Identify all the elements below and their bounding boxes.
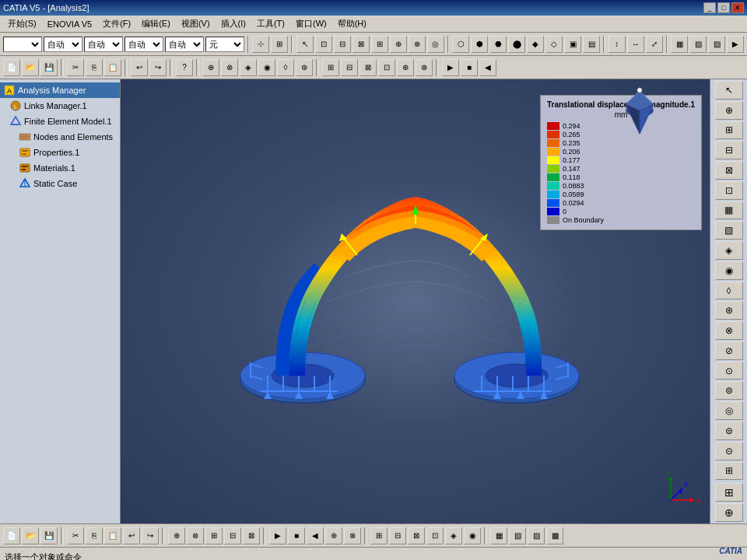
view-btn5[interactable]: ⊕ <box>397 59 414 76</box>
select-btn[interactable]: ↖ <box>296 36 314 53</box>
minimize-button[interactable]: _ <box>703 2 716 13</box>
analysis1-btn[interactable]: ⊕ <box>202 59 219 76</box>
analysis3-btn[interactable]: ◈ <box>240 59 257 76</box>
sim1-btn[interactable]: ▶ <box>442 59 459 76</box>
view2[interactable]: ↔ <box>627 36 644 53</box>
tool8[interactable]: ▤ <box>583 36 600 53</box>
btm-btn-1[interactable]: ✂ <box>67 527 84 544</box>
tree-item-nodes[interactable]: Nodes and Elements <box>0 129 120 145</box>
undo-btn[interactable]: ↩ <box>131 59 148 76</box>
analysis4-btn[interactable]: ◉ <box>258 59 275 76</box>
btm-btn-23[interactable]: ▧ <box>509 527 526 544</box>
btm-btn-2[interactable]: ⎘ <box>86 527 103 544</box>
btm-btn-22[interactable]: ▦ <box>490 527 507 544</box>
right-btn-zoom[interactable]: ⊕ <box>715 503 743 522</box>
right-btn-12[interactable]: ⊗ <box>715 321 743 340</box>
right-btn-18[interactable]: ⊝ <box>715 442 743 460</box>
select-auto4[interactable]: 自动 <box>165 37 204 52</box>
right-btn-9[interactable]: ◉ <box>715 261 743 280</box>
btm-btn-12[interactable]: ■ <box>288 527 305 544</box>
view-btn1[interactable]: ⊞ <box>322 59 339 76</box>
right-btn-8[interactable]: ◈ <box>715 241 743 260</box>
menu-window[interactable]: 窗口(W) <box>291 16 331 31</box>
tree-item-materials[interactable]: Materials.1 <box>0 160 120 176</box>
btm-btn-3[interactable]: 📋 <box>104 527 121 544</box>
select-auto2[interactable]: 自动 <box>84 37 123 52</box>
btm-btn-7[interactable]: ⊗ <box>187 527 204 544</box>
btm-btn-16[interactable]: ⊞ <box>370 527 388 544</box>
view3[interactable]: ⤢ <box>646 36 663 53</box>
menu-file[interactable]: 文件(F) <box>98 16 135 31</box>
maximize-button[interactable]: □ <box>717 2 730 13</box>
right-btn-15[interactable]: ⊚ <box>715 381 743 400</box>
menu-enovia[interactable]: ENOVIA V5 <box>43 18 96 30</box>
analysis2-btn[interactable]: ⊗ <box>221 59 238 76</box>
tool3[interactable]: ⬣ <box>489 36 507 53</box>
tree-item-links-manager[interactable]: L Links Manager.1 <box>0 98 120 114</box>
tree-item-analysis-manager[interactable]: A Analysis Manager <box>0 82 120 98</box>
render4[interactable]: ▶ <box>727 36 744 53</box>
btm-btn-open[interactable]: 📂 <box>22 527 39 544</box>
view-btn4[interactable]: ⊡ <box>378 59 395 76</box>
sim2-btn[interactable]: ■ <box>461 59 478 76</box>
select3-btn[interactable]: ⊟ <box>334 36 351 53</box>
select6-btn[interactable]: ⊕ <box>390 36 407 53</box>
tool7[interactable]: ▣ <box>564 36 581 53</box>
right-btn-10[interactable]: ◊ <box>715 282 743 300</box>
right-btn-16[interactable]: ◎ <box>715 401 743 420</box>
right-btn-11[interactable]: ⊛ <box>715 301 743 320</box>
select7-btn[interactable]: ⊗ <box>409 36 426 53</box>
select-auto1[interactable]: 自动 <box>44 37 82 52</box>
right-btn-13[interactable]: ⊘ <box>715 341 743 360</box>
btm-btn-4[interactable]: ↩ <box>123 527 140 544</box>
select4-btn[interactable]: ⊠ <box>352 36 370 53</box>
paste-btn[interactable]: 📋 <box>104 59 121 76</box>
tool4[interactable]: ⬤ <box>508 36 525 53</box>
btm-btn-19[interactable]: ⊡ <box>426 527 444 544</box>
menu-start[interactable]: 开始(S) <box>3 16 41 31</box>
btm-btn-9[interactable]: ⊟ <box>224 527 241 544</box>
right-btn-7[interactable]: ▧ <box>715 221 743 240</box>
tree-item-properties[interactable]: Properties.1 <box>0 145 120 160</box>
select2-btn[interactable]: ⊡ <box>315 36 332 53</box>
btm-btn-25[interactable]: ▩ <box>546 527 563 544</box>
tree-item-fem[interactable]: Finite Element Model.1 <box>0 114 120 129</box>
right-btn-5[interactable]: ⊡ <box>715 181 743 200</box>
analysis5-btn[interactable]: ◊ <box>277 59 294 76</box>
menu-view[interactable]: 视图(V) <box>177 16 215 31</box>
redo-btn[interactable]: ↪ <box>149 59 167 76</box>
tool1[interactable]: ⬡ <box>452 36 469 53</box>
select-unit[interactable]: 元 <box>205 37 244 52</box>
tool6[interactable]: ◇ <box>545 36 563 53</box>
btm-btn-6[interactable]: ⊕ <box>168 527 185 544</box>
menu-help[interactable]: 帮助(H) <box>333 16 371 31</box>
compass-widget[interactable] <box>616 87 663 149</box>
btm-btn-20[interactable]: ◈ <box>445 527 462 544</box>
analysis6-btn[interactable]: ⊛ <box>296 59 313 76</box>
render2[interactable]: ▧ <box>689 36 707 53</box>
right-btn-3[interactable]: ⊟ <box>715 141 743 159</box>
cut-btn[interactable]: ✂ <box>67 59 84 76</box>
save-btn[interactable]: 💾 <box>40 59 58 76</box>
view-btn6[interactable]: ⊗ <box>416 59 433 76</box>
view-btn2[interactable]: ⊟ <box>341 59 358 76</box>
btm-btn-5[interactable]: ↪ <box>142 527 159 544</box>
right-btn-2[interactable]: ⊞ <box>715 121 743 140</box>
right-btn-6[interactable]: ▦ <box>715 201 743 220</box>
right-btn-14[interactable]: ⊙ <box>715 362 743 380</box>
btm-btn-13[interactable]: ◀ <box>307 527 324 544</box>
select-workbench[interactable] <box>3 37 42 52</box>
render1[interactable]: ▦ <box>671 36 688 53</box>
view-btn3[interactable]: ⊠ <box>359 59 377 76</box>
select8-btn[interactable]: ◎ <box>427 36 444 53</box>
open-btn[interactable]: 📂 <box>22 59 39 76</box>
btm-btn-17[interactable]: ⊟ <box>389 527 406 544</box>
help-btn[interactable]: ? <box>176 59 193 76</box>
right-btn-cursor[interactable]: ↖ <box>715 81 743 100</box>
btm-btn-10[interactable]: ⊠ <box>243 527 260 544</box>
sim3-btn[interactable]: ◀ <box>479 59 496 76</box>
right-btn-4[interactable]: ⊠ <box>715 161 743 180</box>
close-button[interactable]: ✕ <box>731 2 744 13</box>
tool2[interactable]: ⬢ <box>471 36 488 53</box>
btm-btn-15[interactable]: ⊗ <box>344 527 361 544</box>
